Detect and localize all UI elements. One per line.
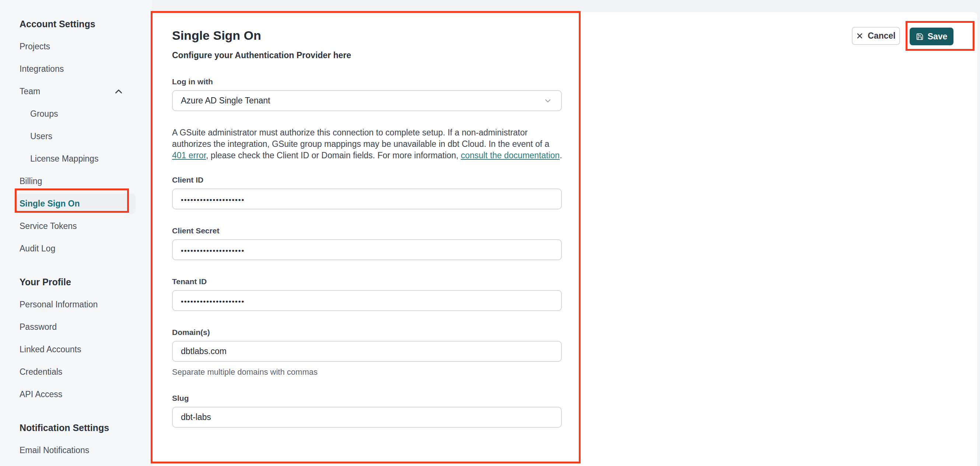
sidebar-section-your-profile: Your Profile (0, 271, 152, 293)
sidebar-item-password[interactable]: Password (0, 316, 152, 338)
section-header-label: Notification Settings (19, 423, 109, 433)
masked-value: •••••••••••••••••••• (181, 296, 245, 306)
notice-text: , please check the Client ID or Domain f… (206, 151, 461, 160)
sidebar-item-label: Team (19, 87, 40, 97)
sidebar-item-label: Billing (19, 176, 42, 186)
tenant-id-label: Tenant ID (172, 277, 562, 286)
slug-input[interactable]: dbt-labs (172, 407, 562, 428)
cancel-button-label: Cancel (868, 31, 895, 41)
section-header-label: Your Profile (19, 277, 71, 287)
sidebar-item-single-sign-on[interactable]: Single Sign On (0, 192, 152, 215)
slug-field-group: Slug dbt-labs (172, 393, 562, 428)
sso-settings-panel: Cancel Save Single Sign On Configure you… (152, 12, 977, 466)
sidebar-section-account-settings: Account Settings (0, 13, 152, 35)
page-title: Single Sign On (172, 28, 562, 43)
gsuite-authorization-notice: A GSuite administrator must authorize th… (172, 127, 563, 161)
domains-input[interactable]: dbtlabs.com (172, 341, 562, 362)
sidebar-item-personal-information[interactable]: Personal Information (0, 293, 152, 316)
sidebar-item-label: API Access (19, 390, 62, 399)
sidebar-item-service-tokens[interactable]: Service Tokens (0, 215, 152, 238)
sidebar-item-email-notifications[interactable]: Email Notifications (0, 439, 152, 461)
tenant-id-input[interactable]: •••••••••••••••••••• (172, 290, 562, 311)
sidebar-item-groups[interactable]: Groups (0, 103, 152, 125)
sidebar-item-label: Linked Accounts (19, 344, 81, 355)
sidebar-item-credentials[interactable]: Credentials (0, 361, 152, 383)
client-id-input[interactable]: •••••••••••••••••••• (172, 189, 562, 209)
sidebar-item-label: Users (30, 132, 52, 141)
sidebar-item-label: Audit Log (19, 244, 55, 254)
sidebar-item-billing[interactable]: Billing (0, 170, 152, 192)
sidebar-item-label: Service Tokens (19, 221, 77, 231)
notice-text: . (560, 151, 562, 160)
login-with-value: Azure AD Single Tenant (181, 96, 270, 106)
domains-value: dbtlabs.com (181, 346, 227, 356)
login-with-label: Log in with (172, 77, 562, 87)
sidebar-item-label: Email Notifications (19, 445, 89, 455)
sidebar-item-label: Integrations (19, 64, 64, 74)
save-button-label: Save (928, 32, 948, 41)
chevron-up-icon[interactable] (114, 87, 123, 97)
sidebar-item-users[interactable]: Users (0, 125, 152, 147)
settings-sidebar: Account Settings Projects Integrations T… (0, 0, 152, 466)
sidebar-item-integrations[interactable]: Integrations (0, 58, 152, 80)
masked-value: •••••••••••••••••••• (181, 245, 245, 255)
client-secret-label: Client Secret (172, 226, 562, 236)
client-secret-input[interactable]: •••••••••••••••••••• (172, 239, 562, 260)
login-with-select[interactable]: Azure AD Single Tenant (172, 90, 562, 111)
domains-label: Domain(s) (172, 328, 562, 337)
sidebar-item-api-access[interactable]: API Access (0, 383, 152, 406)
sidebar-item-team[interactable]: Team (0, 80, 152, 103)
domains-helper-text: Separate multiple domains with commas (172, 367, 562, 377)
slug-label: Slug (172, 393, 562, 403)
sidebar-item-label: License Mappings (30, 154, 99, 164)
sidebar-item-label: Personal Information (19, 300, 98, 309)
sidebar-item-label: Projects (19, 41, 50, 52)
sidebar-section-notification-settings: Notification Settings (0, 417, 152, 439)
sidebar-item-linked-accounts[interactable]: Linked Accounts (0, 338, 152, 361)
sidebar-item-projects[interactable]: Projects (0, 35, 152, 58)
domains-field-group: Domain(s) dbtlabs.com Separate multiple … (172, 328, 562, 377)
save-button[interactable]: Save (910, 28, 953, 45)
masked-value: •••••••••••••••••••• (181, 194, 245, 204)
sidebar-item-label: Password (19, 322, 57, 332)
sidebar-item-label: Single Sign On (19, 199, 80, 209)
link-401-error[interactable]: 401 error (172, 151, 206, 160)
cancel-button[interactable]: Cancel (852, 27, 900, 45)
client-secret-field-group: Client Secret •••••••••••••••••••• (172, 226, 562, 260)
save-icon (916, 33, 924, 41)
section-header-label: Account Settings (19, 19, 95, 29)
sidebar-item-license-mappings[interactable]: License Mappings (0, 147, 152, 170)
chevron-down-icon (543, 97, 552, 105)
page-subtitle: Configure your Authentication Provider h… (172, 50, 562, 60)
client-id-label: Client ID (172, 175, 562, 185)
sidebar-item-audit-log[interactable]: Audit Log (0, 238, 152, 260)
link-consult-documentation[interactable]: consult the documentation (461, 151, 560, 160)
close-icon (856, 32, 863, 40)
notice-text: A GSuite administrator must authorize th… (172, 128, 549, 149)
sidebar-item-label: Groups (30, 109, 58, 119)
sidebar-item-label: Credentials (19, 367, 62, 377)
tenant-id-field-group: Tenant ID •••••••••••••••••••• (172, 277, 562, 311)
client-id-field-group: Client ID •••••••••••••••••••• (172, 175, 562, 209)
slug-value: dbt-labs (181, 412, 211, 422)
